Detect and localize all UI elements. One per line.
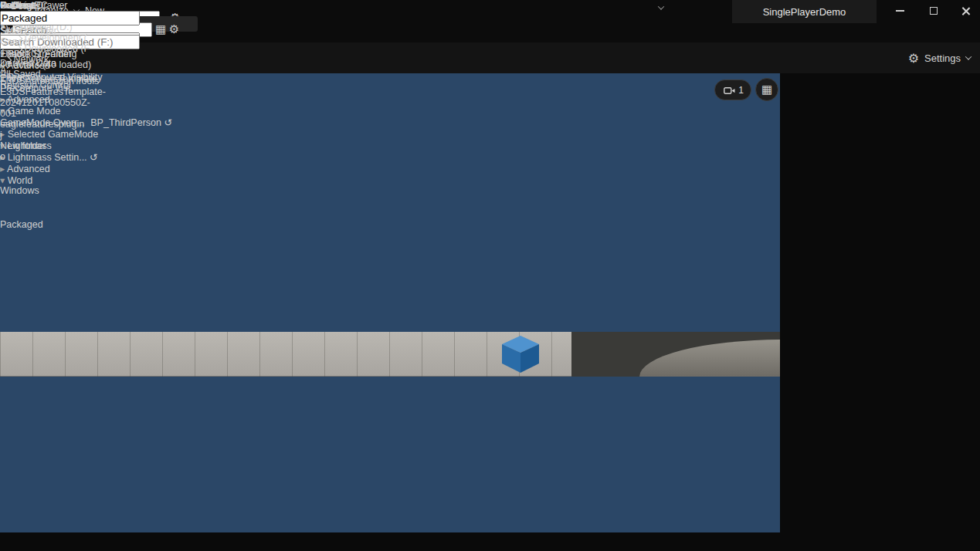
settings-label: Settings <box>924 52 961 64</box>
camera-speed-control[interactable]: 1 <box>714 79 751 100</box>
reset-to-default-icon[interactable] <box>164 117 171 128</box>
maximize-icon <box>930 7 938 15</box>
folder-tile[interactable]: A <box>0 65 106 76</box>
blue-cube[interactable] <box>499 334 542 374</box>
folder-name: E3DSFeaturesTemplate-20241201T080550Z-00… <box>0 86 106 119</box>
folder-name: eaglefeaturesplugin <box>0 119 106 130</box>
folder-tile[interactable]: o <box>0 151 106 162</box>
viewport-dark-opening <box>571 332 780 377</box>
folder-name: A <box>0 65 106 76</box>
folder-name: E3DSAutomation Tools <box>0 76 106 86</box>
dialog-footer: Folder: Select Folder Cancel <box>0 0 140 47</box>
screen: SinglePlayerDemo Settings Third Person T… <box>0 0 980 551</box>
project-tab[interactable]: SinglePlayerDemo <box>732 0 877 23</box>
folder-name: New folder <box>0 140 106 151</box>
chevron-right-icon <box>5 57 12 63</box>
camera-speed-value: 1 <box>738 85 744 96</box>
viewport-floor <box>0 377 780 463</box>
cancel-label: Cancel <box>0 36 30 47</box>
details-settings-icon[interactable] <box>169 22 179 35</box>
folder-name: o <box>0 151 106 162</box>
maximize-button[interactable] <box>921 0 947 22</box>
folder-tile[interactable]: j <box>0 130 106 140</box>
minimize-button[interactable] <box>887 0 913 22</box>
viewport-ramp <box>639 340 780 377</box>
camera-icon <box>724 86 735 95</box>
chevron-right-icon <box>16 46 22 52</box>
chevron-down-icon <box>965 53 972 59</box>
display-filter-icon[interactable] <box>155 22 166 35</box>
quad-view-icon <box>761 83 772 96</box>
project-tab-label: SinglePlayerDemo <box>763 6 846 18</box>
folder-tile-packaged[interactable]: Packaged <box>0 196 106 284</box>
close-icon <box>961 6 971 15</box>
close-button[interactable] <box>953 0 979 22</box>
minimize-icon <box>896 10 904 12</box>
cancel-button[interactable]: Cancel <box>0 36 66 47</box>
folder-name-input[interactable] <box>0 11 140 25</box>
select-folder-label: Select Folder <box>0 25 57 36</box>
settings-button[interactable]: Settings <box>908 42 971 73</box>
folder-tile[interactable]: eaglefeaturesplugin <box>0 119 106 130</box>
select-folder-button[interactable]: Select Folder <box>0 25 82 36</box>
folder-name: Windows <box>0 185 106 196</box>
sidebar-label: Network <box>13 54 49 65</box>
folder-tile[interactable]: New folder <box>0 140 106 151</box>
folder-tile[interactable]: Windows <box>0 162 106 196</box>
viewport-layout-button[interactable] <box>755 78 778 101</box>
view-mode-button[interactable] <box>653 5 663 10</box>
folder-name: Packaged <box>0 219 106 230</box>
gear-icon <box>908 51 919 66</box>
folder-tile[interactable]: E3DSFeaturesTemplate-20241201T080550Z-00… <box>0 86 106 119</box>
folder-name: j <box>0 130 106 140</box>
sidebar-item-network[interactable]: Network <box>0 54 106 65</box>
folder-field-label: Folder: <box>0 0 30 11</box>
folder-tile[interactable]: E3DSAutomation Tools <box>0 76 106 86</box>
